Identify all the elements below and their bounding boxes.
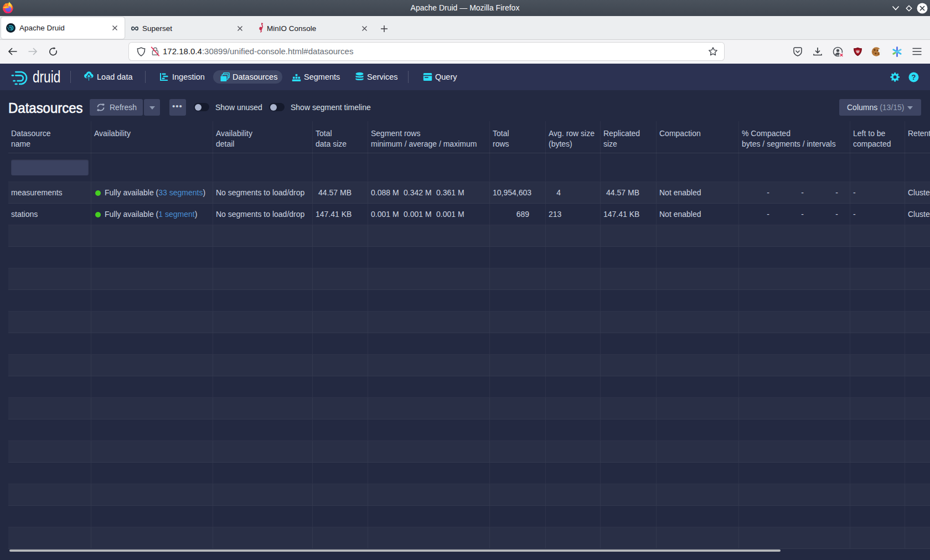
svg-text:?: ? (912, 73, 916, 81)
